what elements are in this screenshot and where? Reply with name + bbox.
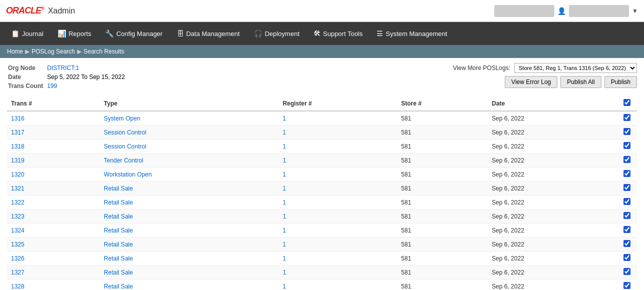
cell-date: Sep 6, 2022 — [488, 182, 617, 196]
cell-register[interactable]: 1 — [279, 210, 397, 224]
publish-button[interactable]: Publish — [604, 76, 637, 88]
cell-trans[interactable]: 1328 — [7, 280, 100, 290]
row-checkbox[interactable] — [623, 282, 630, 289]
cell-register[interactable]: 1 — [279, 196, 397, 210]
row-checkbox[interactable] — [623, 198, 630, 205]
cell-date: Sep 6, 2022 — [488, 126, 617, 140]
row-checkbox[interactable] — [623, 254, 630, 261]
cell-type[interactable]: System Open — [100, 111, 278, 126]
cell-trans[interactable]: 1316 — [7, 111, 100, 126]
cell-date: Sep 6, 2022 — [488, 210, 617, 224]
cell-register[interactable]: 1 — [279, 111, 397, 126]
nav-label-deployment: Deployment — [265, 30, 299, 38]
publish-all-button[interactable]: Publish All — [560, 76, 601, 88]
date-label: Date — [8, 73, 46, 81]
cell-trans[interactable]: 1325 — [7, 238, 100, 252]
action-buttons: View Error Log Publish All Publish — [505, 76, 637, 88]
cell-store: 581 — [397, 280, 488, 290]
view-more-row: View More POSLogs: Store 581, Reg 1, Tra… — [453, 63, 637, 73]
breadcrumb-poslog-search[interactable]: POSLog Search — [32, 48, 75, 55]
cell-trans[interactable]: 1317 — [7, 126, 100, 140]
row-checkbox[interactable] — [623, 114, 630, 121]
view-error-log-button[interactable]: View Error Log — [505, 76, 557, 88]
cell-trans[interactable]: 1326 — [7, 252, 100, 266]
config-manager-icon: 🔧 — [105, 30, 114, 38]
poslog-select[interactable]: Store 581, Reg 1, Trans 1316 (Sep 6, 202… — [514, 63, 637, 73]
nav-item-data-management[interactable]: 🗄 Data Management — [170, 22, 247, 45]
select-all-checkbox[interactable] — [623, 99, 630, 106]
cell-type[interactable]: Retail Sale — [100, 266, 278, 280]
cell-type[interactable]: Retail Sale — [100, 224, 278, 238]
nav-item-deployment[interactable]: 🎧 Deployment — [247, 22, 306, 45]
cell-trans[interactable]: 1320 — [7, 168, 100, 182]
cell-type[interactable]: Retail Sale — [100, 182, 278, 196]
cell-type[interactable]: Retail Sale — [100, 252, 278, 266]
table-row: 1328Retail Sale1581Sep 6, 2022 — [7, 280, 637, 290]
cell-type[interactable]: Session Control — [100, 126, 278, 140]
cell-type[interactable]: Workstation Open — [100, 168, 278, 182]
cell-date: Sep 6, 2022 — [488, 252, 617, 266]
cell-date: Sep 6, 2022 — [488, 224, 617, 238]
cell-checkbox — [617, 140, 637, 154]
table-row: 1325Retail Sale1581Sep 6, 2022 — [7, 238, 637, 252]
cell-register[interactable]: 1 — [279, 154, 397, 168]
cell-register[interactable]: 1 — [279, 126, 397, 140]
col-header-type: Type — [100, 96, 278, 111]
cell-register[interactable]: 1 — [279, 252, 397, 266]
row-checkbox[interactable] — [623, 212, 630, 219]
cell-type[interactable]: Retail Sale — [100, 280, 278, 290]
table-row: 1326Retail Sale1581Sep 6, 2022 — [7, 252, 637, 266]
cell-trans[interactable]: 1321 — [7, 182, 100, 196]
cell-date: Sep 6, 2022 — [488, 168, 617, 182]
nav-label-data-management: Data Management — [186, 30, 240, 38]
nav-item-system-management[interactable]: ☰ System Management — [370, 22, 454, 45]
cell-trans[interactable]: 1323 — [7, 210, 100, 224]
cell-checkbox — [617, 126, 637, 140]
nav-item-reports[interactable]: 📊 Reports — [51, 22, 99, 45]
org-node-label: Org Node — [8, 64, 46, 72]
row-checkbox[interactable] — [623, 184, 630, 191]
cell-register[interactable]: 1 — [279, 224, 397, 238]
row-checkbox[interactable] — [623, 226, 630, 233]
table-header-row: Trans # Type Register # Store # Date — [7, 96, 637, 111]
cell-register[interactable]: 1 — [279, 168, 397, 182]
cell-trans[interactable]: 1324 — [7, 224, 100, 238]
cell-type[interactable]: Retail Sale — [100, 210, 278, 224]
row-checkbox[interactable] — [623, 128, 630, 135]
row-checkbox[interactable] — [623, 142, 630, 149]
cell-register[interactable]: 1 — [279, 280, 397, 290]
cell-date: Sep 6, 2022 — [488, 280, 617, 290]
table-row: 1324Retail Sale1581Sep 6, 2022 — [7, 224, 637, 238]
cell-trans[interactable]: 1319 — [7, 154, 100, 168]
nav-item-journal[interactable]: 📋 Journal — [4, 22, 51, 45]
cell-date: Sep 6, 2022 — [488, 266, 617, 280]
nav-item-support-tools[interactable]: 🛠 Support Tools — [306, 22, 370, 45]
row-checkbox[interactable] — [623, 240, 630, 247]
cell-trans[interactable]: 1318 — [7, 140, 100, 154]
cell-register[interactable]: 1 — [279, 182, 397, 196]
cell-type[interactable]: Retail Sale — [100, 196, 278, 210]
info-area: Org Node DISTRICT:1 Date Sep 5, 2022 To … — [0, 58, 644, 96]
dropdown-arrow-icon[interactable]: ▼ — [632, 8, 638, 14]
cell-trans[interactable]: 1322 — [7, 196, 100, 210]
row-checkbox[interactable] — [623, 170, 630, 177]
nav-item-config-manager[interactable]: 🔧 Config Manager — [98, 22, 170, 45]
cell-type[interactable]: Retail Sale — [100, 238, 278, 252]
cell-register[interactable]: 1 — [279, 140, 397, 154]
nav-label-config-manager: Config Manager — [116, 30, 163, 38]
breadcrumb-home[interactable]: Home — [7, 48, 23, 55]
support-tools-icon: 🛠 — [313, 30, 320, 38]
cell-store: 581 — [397, 210, 488, 224]
cell-trans[interactable]: 1327 — [7, 266, 100, 280]
cell-type[interactable]: Tender Control — [100, 154, 278, 168]
cell-type[interactable]: Session Control — [100, 140, 278, 154]
cell-store: 581 — [397, 168, 488, 182]
info-right: View More POSLogs: Store 581, Reg 1, Tra… — [453, 63, 637, 88]
cell-checkbox — [617, 111, 637, 126]
row-checkbox[interactable] — [623, 268, 630, 275]
cell-register[interactable]: 1 — [279, 266, 397, 280]
cell-date: Sep 6, 2022 — [488, 111, 617, 126]
cell-register[interactable]: 1 — [279, 238, 397, 252]
data-table: Trans # Type Register # Store # Date 131… — [7, 96, 637, 290]
row-checkbox[interactable] — [623, 156, 630, 163]
